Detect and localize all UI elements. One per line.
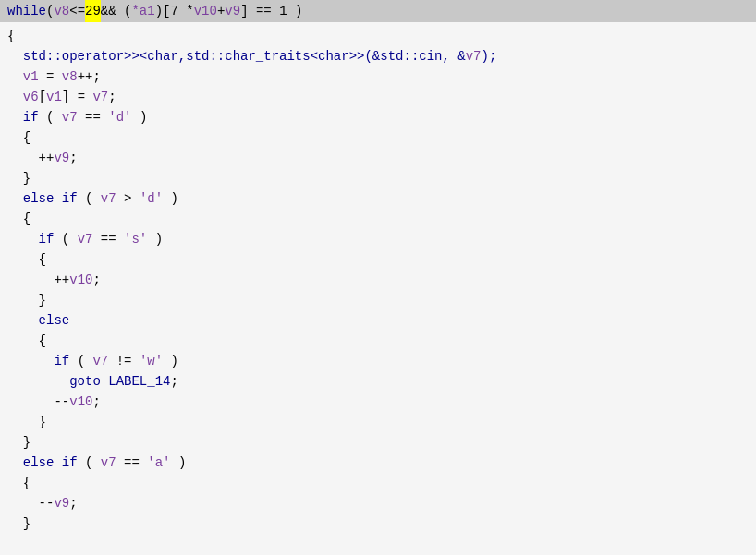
code-line-12: { bbox=[7, 249, 749, 270]
code-line-25: } bbox=[7, 513, 749, 534]
code-line-7: ++v9; bbox=[7, 148, 749, 168]
code-line-5: if ( v7 == 'd' ) bbox=[7, 107, 749, 127]
code-line-2: std::operator>><char,std::char_traits<ch… bbox=[7, 46, 749, 66]
highlight-29: 29 bbox=[85, 0, 101, 22]
code-line-22: else if ( v7 == 'a' ) bbox=[7, 452, 749, 473]
var-a1: *a1 bbox=[131, 0, 154, 22]
code-line-15: else bbox=[7, 310, 749, 331]
code-line-4: v6[v1] = v7; bbox=[7, 87, 749, 107]
code-line-14: } bbox=[7, 290, 749, 310]
code-line-17: if ( v7 != 'w' ) bbox=[7, 351, 749, 371]
code-line-19: --v10; bbox=[7, 392, 749, 412]
code-line-8: } bbox=[7, 168, 749, 188]
code-line-6: { bbox=[7, 127, 749, 148]
code-line-16: { bbox=[7, 331, 749, 351]
var-v8: v8 bbox=[54, 0, 69, 22]
code-line-18: goto LABEL_14; bbox=[7, 371, 749, 392]
code-line-20: } bbox=[7, 412, 749, 432]
keyword-while: while bbox=[7, 0, 46, 22]
code-line-1: { bbox=[7, 26, 749, 46]
var-v9: v9 bbox=[225, 0, 240, 22]
code-line-13: ++v10; bbox=[7, 270, 749, 290]
code-body: { std::operator>><char,std::char_traits<… bbox=[0, 22, 756, 537]
code-line-10: { bbox=[7, 209, 749, 229]
header-line: while ( v8 <= 29 && (*a1)[7 * v10 + v9] … bbox=[0, 0, 756, 22]
var-v10: v10 bbox=[194, 0, 217, 22]
code-line-3: v1 = v8++; bbox=[7, 66, 749, 87]
code-line-9: else if ( v7 > 'd' ) bbox=[7, 188, 749, 209]
code-line-24: --v9; bbox=[7, 493, 749, 513]
code-line-21: } bbox=[7, 432, 749, 452]
code-container: while ( v8 <= 29 && (*a1)[7 * v10 + v9] … bbox=[0, 0, 756, 555]
code-line-11: if ( v7 == 's' ) bbox=[7, 229, 749, 249]
code-line-23: { bbox=[7, 473, 749, 493]
